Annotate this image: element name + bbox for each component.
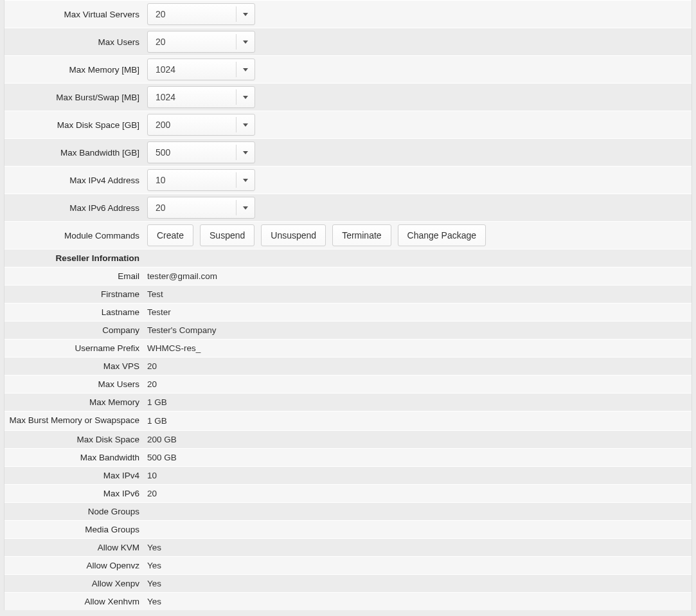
dropdown-value: 20	[156, 9, 166, 19]
field-label: Max IPv4 Address	[4, 176, 145, 185]
info-row: Max Memory1 GB	[4, 393, 692, 411]
field-label: Max Disk Space	[4, 435, 145, 444]
field-label: Max Disk Space [GB]	[4, 120, 145, 130]
field-value: Tester's Company	[145, 325, 217, 335]
field-value: Yes	[145, 579, 161, 588]
field-label: Max Users	[4, 379, 145, 389]
field-label: Max Bandwidth	[4, 453, 145, 462]
dropdown-value: 1024	[156, 92, 175, 102]
info-row: Allow KVMYes	[4, 538, 692, 556]
dropdown-value: 1024	[156, 64, 175, 75]
field-controls: 200	[145, 114, 255, 136]
field-value: Tester	[145, 307, 171, 317]
dropdown-separator	[236, 34, 236, 50]
field-label: Allow KVM	[4, 543, 145, 552]
field-value: Yes	[145, 597, 161, 606]
field-label: Module Commands	[4, 231, 145, 240]
field-controls: 10	[145, 169, 255, 191]
field-label: Allow Xenpv	[4, 579, 145, 588]
dropdown-separator	[236, 62, 236, 77]
config-row: Max Burst/Swap [MB]1024	[4, 83, 692, 111]
config-row: Max Virtual Servers20	[4, 0, 692, 28]
field-value: 500 GB	[145, 453, 177, 462]
field-label: Max Burst/Swap [MB]	[4, 93, 145, 102]
dropdown-separator	[236, 89, 236, 105]
chevron-down-icon	[243, 41, 248, 44]
info-row: Emailtester@gmail.com	[4, 267, 692, 285]
field-label: Username Prefix	[4, 343, 145, 353]
info-row: Max VPS20	[4, 357, 692, 375]
field-label: Lastname	[4, 307, 145, 317]
module-commands-row: Module CommandsCreateSuspendUnsuspendTer…	[4, 221, 692, 249]
field-label: Allow Openvz	[4, 561, 145, 570]
dropdown-select[interactable]: 500	[147, 141, 255, 163]
command-button[interactable]: Create	[147, 224, 193, 246]
field-label: Max Virtual Servers	[4, 10, 145, 19]
field-value: Yes	[145, 561, 161, 570]
dropdown-value: 20	[156, 37, 166, 47]
field-label: Max IPv6 Address	[4, 203, 145, 213]
command-button[interactable]: Suspend	[200, 224, 254, 246]
field-value: 20	[145, 379, 157, 389]
dropdown-value: 500	[156, 147, 170, 158]
field-controls: 500	[145, 141, 255, 163]
field-value: 20	[145, 361, 157, 371]
field-label: Max IPv6	[4, 489, 145, 498]
info-row: Allow XenpvYes	[4, 574, 692, 592]
info-row: Max Disk Space200 GB	[4, 430, 692, 448]
field-value: 1 GB	[145, 397, 167, 407]
info-row: Max Burst Memory or Swapspace1 GB	[4, 411, 692, 430]
dropdown-select[interactable]: 20	[147, 197, 255, 219]
dropdown-value: 200	[156, 120, 170, 130]
info-row: Max IPv620	[4, 484, 692, 502]
dropdown-select[interactable]: 200	[147, 114, 255, 136]
info-row: Node Groups	[4, 502, 692, 520]
chevron-down-icon	[243, 68, 248, 71]
field-value: tester@gmail.com	[145, 271, 217, 281]
command-button[interactable]: Terminate	[332, 224, 391, 246]
field-label: Email	[4, 271, 145, 281]
dropdown-separator	[236, 117, 236, 132]
chevron-down-icon	[243, 96, 248, 99]
field-label: Company	[4, 325, 145, 335]
section-header-row: Reseller Information	[4, 249, 692, 267]
info-row: FirstnameTest	[4, 285, 692, 303]
config-row: Max Disk Space [GB]200	[4, 111, 692, 138]
dropdown-select[interactable]: 10	[147, 169, 255, 191]
chevron-down-icon	[243, 13, 248, 16]
info-row: Max IPv410	[4, 466, 692, 484]
field-label: Max VPS	[4, 361, 145, 371]
command-button[interactable]: Unsuspend	[261, 224, 326, 246]
info-row: LastnameTester	[4, 303, 692, 321]
dropdown-select[interactable]: 1024	[147, 86, 255, 108]
config-row: Max Memory [MB]1024	[4, 55, 692, 83]
field-controls: 20	[145, 31, 255, 53]
button-group: CreateSuspendUnsuspendTerminateChange Pa…	[145, 224, 486, 246]
info-row: Username PrefixWHMCS-res_	[4, 339, 692, 357]
info-row: Media Groups	[4, 520, 692, 538]
dropdown-separator	[236, 172, 236, 188]
field-controls: 1024	[145, 59, 255, 80]
info-row: Max Bandwidth500 GB	[4, 448, 692, 466]
command-button[interactable]: Change Package	[398, 224, 486, 246]
field-label: Firstname	[4, 289, 145, 299]
info-row: Max Users20	[4, 375, 692, 393]
config-row: Max IPv4 Address10	[4, 166, 692, 194]
dropdown-separator	[236, 145, 236, 160]
info-row: CompanyTester's Company	[4, 321, 692, 339]
field-value: 200 GB	[145, 435, 177, 444]
chevron-down-icon	[243, 123, 248, 127]
field-value: 10	[145, 471, 157, 480]
dropdown-select[interactable]: 1024	[147, 59, 255, 80]
field-controls: 20	[145, 3, 255, 25]
config-row: Max Bandwidth [GB]500	[4, 138, 692, 166]
field-value: WHMCS-res_	[145, 343, 201, 353]
dropdown-separator	[236, 200, 236, 215]
field-label: Media Groups	[4, 525, 145, 534]
dropdown-select[interactable]: 20	[147, 31, 255, 53]
field-controls: 1024	[145, 86, 255, 108]
field-value: 20	[145, 489, 157, 498]
info-row: Allow XenhvmYes	[4, 592, 692, 610]
section-header: Reseller Information	[4, 253, 145, 263]
dropdown-select[interactable]: 20	[147, 3, 255, 25]
